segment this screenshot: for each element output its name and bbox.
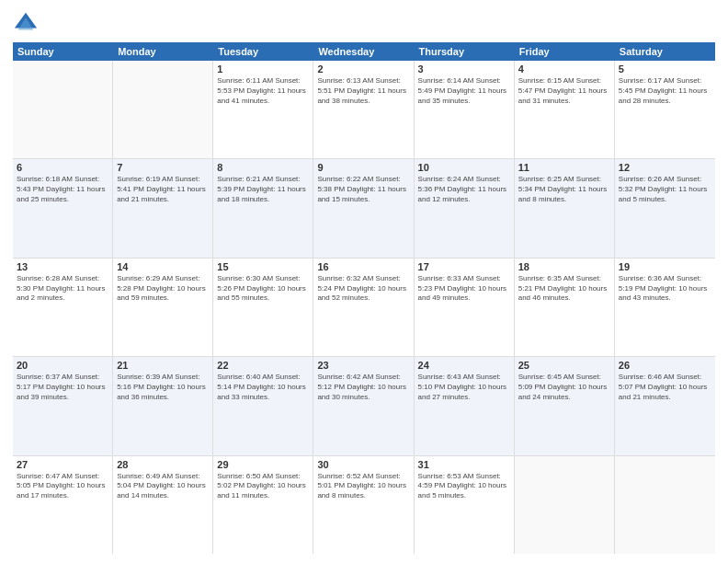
day-number: 29 — [217, 459, 309, 470]
day-number: 28 — [117, 459, 209, 470]
day-info: Sunrise: 6:29 AM Sunset: 5:28 PM Dayligh… — [117, 274, 209, 304]
calendar-cell: 1Sunrise: 6:11 AM Sunset: 5:53 PM Daylig… — [213, 61, 313, 158]
calendar-day-header: Thursday — [415, 42, 515, 61]
day-info: Sunrise: 6:36 AM Sunset: 5:19 PM Dayligh… — [619, 274, 711, 304]
calendar-cell: 7Sunrise: 6:19 AM Sunset: 5:41 PM Daylig… — [113, 159, 213, 257]
calendar-cell: 19Sunrise: 6:36 AM Sunset: 5:19 PM Dayli… — [615, 259, 715, 356]
day-info: Sunrise: 6:33 AM Sunset: 5:23 PM Dayligh… — [418, 274, 510, 304]
day-number: 22 — [217, 360, 309, 371]
day-info: Sunrise: 6:47 AM Sunset: 5:05 PM Dayligh… — [17, 472, 108, 501]
day-info: Sunrise: 6:21 AM Sunset: 5:39 PM Dayligh… — [217, 175, 309, 204]
day-info: Sunrise: 6:17 AM Sunset: 5:45 PM Dayligh… — [619, 76, 711, 106]
calendar-cell: 8Sunrise: 6:21 AM Sunset: 5:39 PM Daylig… — [213, 159, 313, 257]
logo — [13, 9, 42, 35]
calendar-row: 20Sunrise: 6:37 AM Sunset: 5:17 PM Dayli… — [13, 357, 715, 455]
calendar-cell: 18Sunrise: 6:35 AM Sunset: 5:21 PM Dayli… — [515, 259, 615, 356]
calendar-body: 1Sunrise: 6:11 AM Sunset: 5:53 PM Daylig… — [13, 61, 715, 554]
day-number: 25 — [518, 360, 610, 371]
calendar-cell: 16Sunrise: 6:32 AM Sunset: 5:24 PM Dayli… — [313, 259, 414, 356]
day-number: 24 — [418, 360, 510, 371]
calendar-row: 27Sunrise: 6:47 AM Sunset: 5:05 PM Dayli… — [13, 456, 715, 554]
day-number: 6 — [17, 162, 108, 173]
day-number: 13 — [17, 261, 108, 272]
calendar-cell: 27Sunrise: 6:47 AM Sunset: 5:05 PM Dayli… — [13, 456, 113, 554]
calendar-header: SundayMondayTuesdayWednesdayThursdayFrid… — [13, 42, 715, 61]
calendar-cell: 12Sunrise: 6:26 AM Sunset: 5:32 PM Dayli… — [615, 159, 715, 257]
day-number: 21 — [117, 360, 209, 371]
day-info: Sunrise: 6:24 AM Sunset: 5:36 PM Dayligh… — [418, 175, 510, 204]
day-info: Sunrise: 6:52 AM Sunset: 5:01 PM Dayligh… — [317, 472, 409, 501]
day-number: 23 — [317, 360, 409, 371]
calendar-day-header: Sunday — [13, 42, 113, 61]
calendar-day-header: Tuesday — [213, 42, 313, 61]
day-info: Sunrise: 6:14 AM Sunset: 5:49 PM Dayligh… — [418, 76, 510, 106]
calendar-cell: 24Sunrise: 6:43 AM Sunset: 5:10 PM Dayli… — [415, 357, 515, 454]
day-info: Sunrise: 6:22 AM Sunset: 5:38 PM Dayligh… — [317, 175, 409, 204]
calendar-cell: 6Sunrise: 6:18 AM Sunset: 5:43 PM Daylig… — [13, 159, 113, 257]
calendar-row: 13Sunrise: 6:28 AM Sunset: 5:30 PM Dayli… — [13, 259, 715, 357]
day-info: Sunrise: 6:30 AM Sunset: 5:26 PM Dayligh… — [217, 274, 309, 304]
day-info: Sunrise: 6:45 AM Sunset: 5:09 PM Dayligh… — [518, 373, 610, 402]
day-info: Sunrise: 6:39 AM Sunset: 5:16 PM Dayligh… — [117, 373, 209, 402]
logo-icon — [13, 9, 39, 35]
day-info: Sunrise: 6:32 AM Sunset: 5:24 PM Dayligh… — [317, 274, 409, 304]
day-number: 19 — [619, 261, 711, 272]
calendar-cell: 15Sunrise: 6:30 AM Sunset: 5:26 PM Dayli… — [213, 259, 313, 356]
calendar-day-header: Friday — [515, 42, 615, 61]
calendar-cell: 26Sunrise: 6:46 AM Sunset: 5:07 PM Dayli… — [615, 357, 715, 454]
calendar-cell: 30Sunrise: 6:52 AM Sunset: 5:01 PM Dayli… — [313, 456, 414, 554]
calendar-cell — [615, 456, 715, 554]
day-info: Sunrise: 6:42 AM Sunset: 5:12 PM Dayligh… — [317, 373, 409, 402]
calendar-row: 1Sunrise: 6:11 AM Sunset: 5:53 PM Daylig… — [13, 61, 715, 159]
calendar-cell: 10Sunrise: 6:24 AM Sunset: 5:36 PM Dayli… — [415, 159, 515, 257]
day-info: Sunrise: 6:13 AM Sunset: 5:51 PM Dayligh… — [317, 76, 409, 106]
calendar-cell — [13, 61, 113, 158]
day-info: Sunrise: 6:15 AM Sunset: 5:47 PM Dayligh… — [518, 76, 610, 106]
day-number: 26 — [619, 360, 711, 371]
day-number: 30 — [317, 459, 409, 470]
calendar-cell: 14Sunrise: 6:29 AM Sunset: 5:28 PM Dayli… — [113, 259, 213, 356]
day-number: 15 — [217, 261, 309, 272]
calendar-cell: 31Sunrise: 6:53 AM Sunset: 4:59 PM Dayli… — [415, 456, 515, 554]
day-number: 12 — [619, 162, 711, 173]
calendar-day-header: Saturday — [615, 42, 715, 61]
calendar-cell: 22Sunrise: 6:40 AM Sunset: 5:14 PM Dayli… — [213, 357, 313, 454]
calendar-day-header: Wednesday — [313, 42, 414, 61]
calendar-cell: 21Sunrise: 6:39 AM Sunset: 5:16 PM Dayli… — [113, 357, 213, 454]
page-header — [13, 9, 715, 35]
calendar-cell: 11Sunrise: 6:25 AM Sunset: 5:34 PM Dayli… — [515, 159, 615, 257]
calendar-cell: 2Sunrise: 6:13 AM Sunset: 5:51 PM Daylig… — [313, 61, 414, 158]
calendar-cell: 17Sunrise: 6:33 AM Sunset: 5:23 PM Dayli… — [415, 259, 515, 356]
day-number: 31 — [418, 459, 510, 470]
calendar-cell: 29Sunrise: 6:50 AM Sunset: 5:02 PM Dayli… — [213, 456, 313, 554]
day-info: Sunrise: 6:19 AM Sunset: 5:41 PM Dayligh… — [117, 175, 209, 204]
day-info: Sunrise: 6:35 AM Sunset: 5:21 PM Dayligh… — [518, 274, 610, 304]
calendar-cell: 5Sunrise: 6:17 AM Sunset: 5:45 PM Daylig… — [615, 61, 715, 158]
calendar-cell: 3Sunrise: 6:14 AM Sunset: 5:49 PM Daylig… — [415, 61, 515, 158]
day-info: Sunrise: 6:53 AM Sunset: 4:59 PM Dayligh… — [418, 472, 510, 501]
calendar-cell: 13Sunrise: 6:28 AM Sunset: 5:30 PM Dayli… — [13, 259, 113, 356]
calendar-cell — [515, 456, 615, 554]
calendar-cell: 20Sunrise: 6:37 AM Sunset: 5:17 PM Dayli… — [13, 357, 113, 454]
day-number: 17 — [418, 261, 510, 272]
day-info: Sunrise: 6:11 AM Sunset: 5:53 PM Dayligh… — [217, 76, 309, 106]
calendar-cell: 9Sunrise: 6:22 AM Sunset: 5:38 PM Daylig… — [313, 159, 414, 257]
day-info: Sunrise: 6:28 AM Sunset: 5:30 PM Dayligh… — [17, 274, 108, 304]
day-number: 4 — [518, 63, 610, 75]
day-number: 11 — [518, 162, 610, 173]
day-number: 9 — [317, 162, 409, 173]
calendar-cell: 28Sunrise: 6:49 AM Sunset: 5:04 PM Dayli… — [113, 456, 213, 554]
day-number: 2 — [317, 63, 409, 75]
day-info: Sunrise: 6:40 AM Sunset: 5:14 PM Dayligh… — [217, 373, 309, 402]
day-number: 10 — [418, 162, 510, 173]
day-info: Sunrise: 6:26 AM Sunset: 5:32 PM Dayligh… — [619, 175, 711, 204]
day-number: 16 — [317, 261, 409, 272]
day-info: Sunrise: 6:50 AM Sunset: 5:02 PM Dayligh… — [217, 472, 309, 501]
day-number: 20 — [17, 360, 108, 371]
calendar: SundayMondayTuesdayWednesdayThursdayFrid… — [13, 42, 715, 554]
day-number: 7 — [117, 162, 209, 173]
day-info: Sunrise: 6:46 AM Sunset: 5:07 PM Dayligh… — [619, 373, 711, 402]
day-number: 3 — [418, 63, 510, 75]
calendar-cell: 23Sunrise: 6:42 AM Sunset: 5:12 PM Dayli… — [313, 357, 414, 454]
day-number: 8 — [217, 162, 309, 173]
